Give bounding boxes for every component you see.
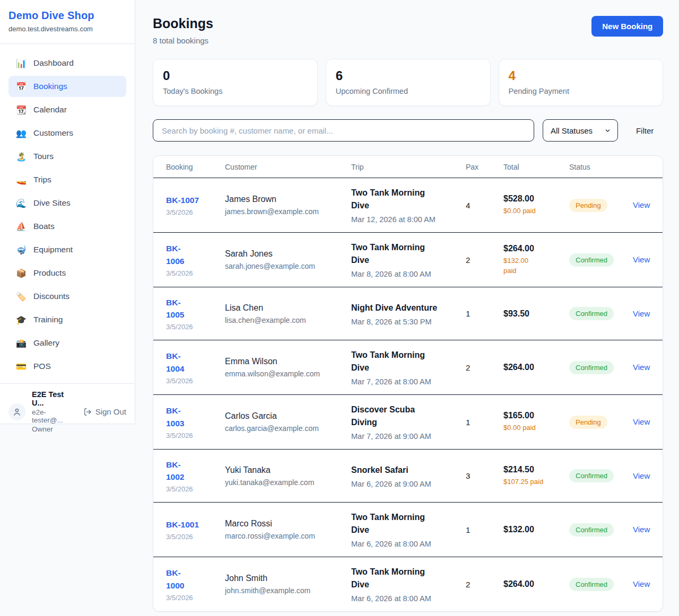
customer-email: john.smith@example.com [225,586,351,595]
status-badge: Confirmed [569,361,614,374]
sidebar-item-customers[interactable]: 👥 Customers [8,122,126,144]
sidebar-item-products[interactable]: 📦 Products [8,262,126,284]
booking-id-link[interactable]: BK- 1006 [166,242,184,267]
new-booking-button[interactable]: New Booking [591,16,663,37]
table-row: BK- 1005 3/5/2026 Lisa Chen lisa.chen@ex… [153,287,663,340]
sidebar-item-equipment[interactable]: 🤿 Equipment [8,239,126,260]
customer-email: carlos.garcia@example.com [225,424,351,433]
training-icon: 🎓 [16,315,27,325]
stats-row: 0 Today's Bookings 6 Upcoming Confirmed … [153,59,663,106]
total-amount: $132.00 [503,525,569,534]
sidebar-item-gallery[interactable]: 📸 Gallery [8,332,126,354]
booking-id-link[interactable]: BK- 1000 [166,567,184,592]
sidebar-item-label: Tours [33,152,54,161]
sidebar-item-pos[interactable]: 💳 POS [8,356,126,377]
sidebar-item-label: Boats [33,222,55,231]
view-link[interactable]: View [633,309,650,318]
pos-icon: 💳 [16,362,27,372]
filter-button[interactable]: Filter [626,122,663,139]
stat-label: Pending Payment [509,87,654,95]
sidebar-item-label: Customers [33,128,73,138]
trip-time: Mar 6, 2026 at 8:00 AM [351,540,466,548]
sidebar-item-boats[interactable]: ⛵ Boats [8,216,126,237]
pax-count: 2 [466,363,503,372]
customer-name: Lisa Chen [225,303,351,313]
sign-out-button[interactable]: Sign Out [83,407,126,416]
sidebar-item-discounts[interactable]: 🏷️ Discounts [8,286,126,307]
customer-name: Yuki Tanaka [225,465,351,475]
table-row: BK-1007 3/5/2026 James Brown james.brown… [153,178,663,232]
customer-name: Sarah Jones [225,249,351,259]
user-role: Owner [32,425,77,433]
trip-name: Two Tank Morning Dive [351,187,466,212]
view-link[interactable]: View [633,200,650,209]
total-amount: $264.00 [503,244,569,253]
customer-email: james.brown@example.com [225,207,351,216]
stat-card: 4 Pending Payment [499,59,664,106]
sidebar-item-training[interactable]: 🎓 Training [8,309,126,330]
booking-id-link[interactable]: BK-1001 [166,518,199,531]
status-select-value: All Statuses [551,126,593,135]
shop-domain: demo.test.divestreams.com [8,25,126,33]
trip-name: Night Dive Adventure [351,302,466,314]
customer-name: Carlos Garcia [225,411,351,421]
dashboard-icon: 📊 [16,58,27,68]
user-name: E2E Test U... [32,390,77,407]
col-header-pax: Pax [466,163,503,171]
view-link[interactable]: View [633,417,650,426]
booking-date: 3/5/2026 [166,377,225,385]
booking-id-link[interactable]: BK- 1004 [166,350,184,375]
table-row: BK- 1004 3/5/2026 Emma Wilson emma.wilso… [153,340,663,394]
sidebar-item-label: Dashboard [33,58,74,68]
total-amount: $264.00 [503,579,569,589]
discounts-icon: 🏷️ [16,292,27,302]
total-amount: $93.50 [503,309,569,319]
booking-id-link[interactable]: BK- 1005 [166,296,184,321]
booking-id-link[interactable]: BK- 1003 [166,404,184,429]
paid-amount: $0.00 paid [503,423,569,433]
status-badge: Confirmed [569,253,614,267]
trip-name: Two Tank Morning Dive [351,566,466,591]
search-input[interactable] [153,119,534,142]
view-link[interactable]: View [633,579,650,588]
sidebar-item-label: POS [33,362,51,371]
table-header-row: Booking Customer Trip Pax Total Status [153,156,663,178]
avatar [8,403,25,420]
dive-sites-icon: 🌊 [16,198,27,208]
trip-time: Mar 6, 2026 at 9:00 AM [351,480,466,488]
sidebar-item-label: Products [33,268,66,278]
sidebar-item-dashboard[interactable]: 📊 Dashboard [8,52,126,74]
stat-label: Today's Bookings [163,87,308,95]
trip-time: Mar 6, 2026 at 8:00 AM [351,594,466,603]
user-icon [12,407,22,417]
trip-time: Mar 7, 2026 at 9:00 AM [351,432,466,441]
col-header-booking: Booking [166,163,225,171]
trip-name: Discover Scuba Diving [351,403,466,429]
sidebar-item-tours[interactable]: 🏝️ Tours [8,146,126,167]
col-header-trip: Trip [351,163,466,171]
view-link[interactable]: View [633,525,650,534]
bookings-table: Booking Customer Trip Pax Total Status B… [153,155,663,612]
sidebar: Demo Dive Shop demo.test.divestreams.com… [0,0,135,424]
view-link[interactable]: View [633,471,650,480]
sidebar-item-dive-sites[interactable]: 🌊 Dive Sites [8,192,126,214]
chevron-down-icon [604,127,611,134]
pax-count: 1 [466,525,503,534]
sidebar-item-label: Training [33,315,63,324]
status-badge: Confirmed [569,523,614,536]
tours-icon: 🏝️ [16,152,27,162]
view-link[interactable]: View [633,363,650,372]
table-row: BK- 1002 3/5/2026 Yuki Tanaka yuki.tanak… [153,449,663,502]
customer-email: yuki.tanaka@example.com [225,478,351,487]
booking-id-link[interactable]: BK- 1002 [166,459,184,483]
view-link[interactable]: View [633,255,650,264]
calendar-icon: 📆 [16,105,27,115]
total-amount: $214.50 [503,465,569,474]
sidebar-item-calendar[interactable]: 📆 Calendar [8,99,126,120]
boats-icon: ⛵ [16,222,27,232]
sidebar-item-bookings[interactable]: 📅 Bookings [8,76,126,97]
status-select[interactable]: All Statuses [543,119,618,142]
stat-card: 0 Today's Bookings [153,59,318,106]
booking-id-link[interactable]: BK-1007 [166,194,199,206]
sidebar-item-trips[interactable]: 🚤 Trips [8,169,126,190]
